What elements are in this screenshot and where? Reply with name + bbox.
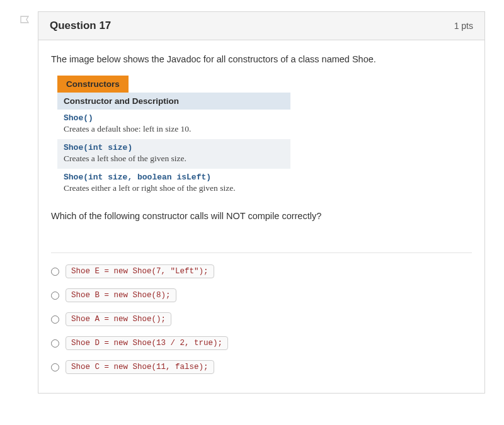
javadoc-box: Constructors Constructor and Description… bbox=[57, 76, 290, 198]
question-body: The image below shows the Javadoc for al… bbox=[38, 40, 484, 393]
option-radio[interactable] bbox=[51, 292, 59, 300]
option-radio[interactable] bbox=[51, 363, 59, 371]
option-code: Shoe B = new Shoe(8); bbox=[66, 288, 176, 302]
constructor-description: Creates either a left or right shoe of t… bbox=[64, 183, 284, 193]
question-title: Question 17 bbox=[50, 20, 111, 32]
constructor-description: Creates a left shoe of the given size. bbox=[64, 154, 284, 164]
divider bbox=[51, 252, 472, 253]
flag-icon[interactable] bbox=[19, 15, 32, 28]
javadoc-table: Constructor and Description Shoe() Creat… bbox=[57, 93, 290, 198]
javadoc-row: Shoe() Creates a default shoe: left in s… bbox=[57, 110, 290, 139]
option-radio[interactable] bbox=[51, 339, 59, 348]
option-code: Shoe D = new Shoe(13 / 2, true); bbox=[66, 336, 228, 350]
question-header: Question 17 1 pts bbox=[38, 12, 484, 40]
option-row[interactable]: Shoe E = new Shoe(7, "Left"); bbox=[51, 264, 472, 278]
option-row[interactable]: Shoe A = new Shoe(); bbox=[51, 312, 472, 326]
constructor-signature: Shoe(int size, boolean isLeft) bbox=[64, 173, 284, 182]
constructor-description: Creates a default shoe: left in size 10. bbox=[64, 124, 284, 134]
option-code: Shoe A = new Shoe(); bbox=[66, 312, 171, 326]
option-row[interactable]: Shoe C = new Shoe(11, false); bbox=[51, 360, 472, 374]
question-card: Question 17 1 pts The image below shows … bbox=[38, 11, 485, 394]
option-code: Shoe E = new Shoe(7, "Left"); bbox=[66, 264, 214, 278]
javadoc-row: Shoe(int size) Creates a left shoe of th… bbox=[57, 139, 290, 169]
intro-text: The image below shows the Javadoc for al… bbox=[51, 54, 472, 64]
question-points: 1 pts bbox=[454, 21, 473, 31]
sub-question: Which of the following constructor calls… bbox=[51, 211, 472, 221]
option-radio[interactable] bbox=[51, 315, 59, 324]
option-row[interactable]: Shoe D = new Shoe(13 / 2, true); bbox=[51, 336, 472, 350]
options-list: Shoe E = new Shoe(7, "Left"); Shoe B = n… bbox=[51, 264, 472, 374]
constructor-signature: Shoe(int size) bbox=[64, 143, 284, 152]
javadoc-row: Shoe(int size, boolean isLeft) Creates e… bbox=[57, 169, 290, 198]
option-radio[interactable] bbox=[51, 268, 59, 276]
constructor-signature: Shoe() bbox=[64, 113, 284, 123]
option-code: Shoe C = new Shoe(11, false); bbox=[66, 360, 214, 374]
javadoc-header: Constructor and Description bbox=[57, 93, 290, 110]
javadoc-tab: Constructors bbox=[57, 76, 129, 93]
option-row[interactable]: Shoe B = new Shoe(8); bbox=[51, 288, 472, 302]
